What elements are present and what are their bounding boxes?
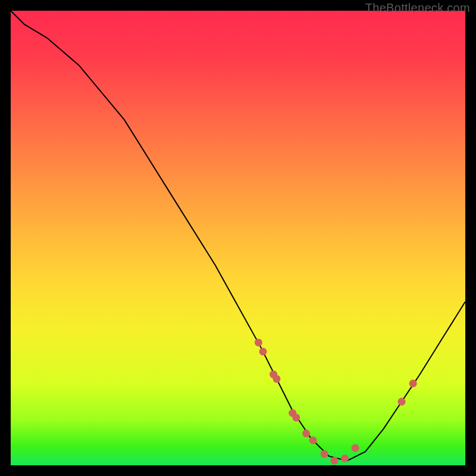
chart-marker — [273, 375, 280, 383]
chart-marker — [341, 455, 349, 462]
chart-marker — [302, 430, 310, 437]
chart-marker — [352, 444, 359, 452]
watermark-text: TheBottleneck.com — [365, 1, 470, 15]
chart-marker — [398, 398, 406, 406]
chart-curve — [11, 11, 465, 461]
chart-marker — [321, 450, 328, 458]
chart-marker — [330, 457, 338, 465]
chart-markers-group — [255, 339, 417, 465]
chart-marker — [259, 348, 267, 356]
chart-marker — [292, 414, 300, 421]
chart-marker — [255, 339, 262, 346]
chart-plot-area — [11, 11, 465, 465]
chart-marker — [309, 436, 317, 444]
chart-svg — [11, 11, 465, 465]
chart-marker — [409, 380, 417, 387]
